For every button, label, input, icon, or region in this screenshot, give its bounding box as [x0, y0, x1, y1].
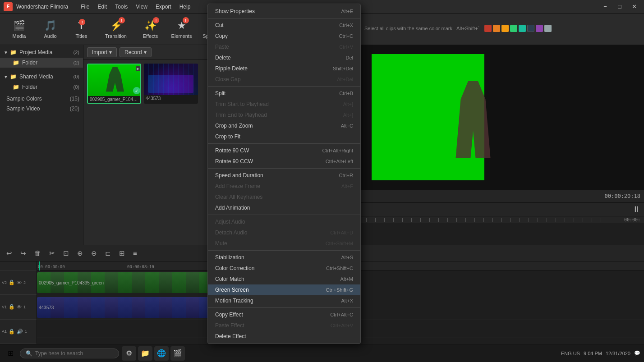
ctx-ripple-delete-label: Ripple Delete — [215, 65, 248, 72]
hide-v2-icon[interactable]: 👁 — [17, 280, 22, 285]
ctx-delete-effect[interactable]: Delete Effect — [208, 331, 360, 342]
cut-button[interactable]: ✂ — [46, 248, 58, 258]
record-button[interactable]: Record ▾ — [120, 47, 152, 57]
ctx-sep-3 — [208, 143, 360, 144]
taskbar-app-browser[interactable]: 🌐 — [154, 346, 169, 361]
ctx-ripple-delete[interactable]: Ripple Delete Shift+Del — [208, 63, 360, 74]
menu-export[interactable]: Export — [152, 3, 175, 11]
ctx-delete[interactable]: Delete Del — [208, 52, 360, 63]
media-grid: ▶ ✓ 002905_gamer_P104335... 443573 — [83, 60, 212, 107]
delete-clip-button[interactable]: 🗑 — [32, 248, 44, 258]
record-label: Record — [124, 49, 142, 55]
ctx-green-screen-shortcut: Ctrl+Shift+G — [326, 287, 353, 293]
ctx-close-gap-label: Close Gap — [215, 76, 241, 82]
menu-file[interactable]: File — [77, 3, 93, 11]
ctx-split[interactable]: Split Ctrl+B — [208, 88, 360, 99]
audio-icon: 🎵 — [44, 20, 56, 32]
track-v1-label: V1 — [2, 305, 7, 309]
search-input[interactable] — [35, 350, 107, 357]
toolbar-media[interactable]: 🎬 Media — [5, 16, 34, 43]
ctx-stabilization[interactable]: Stabilization Alt+S — [208, 252, 360, 263]
ctx-show-properties[interactable]: Show Properties Alt+E — [208, 6, 360, 17]
lock-v2-icon[interactable]: 🔒 — [9, 280, 15, 285]
redo-button[interactable]: ↪ — [18, 248, 29, 258]
zoom-fit-button[interactable]: ⊕ — [74, 248, 86, 258]
sample-video-item[interactable]: Sample Video (20) — [0, 104, 83, 114]
hide-v1-icon[interactable]: 👁 — [17, 304, 22, 310]
project-media-header[interactable]: ▼ 📁 Project Media (2) — [0, 47, 83, 58]
fullscreen-tl-button[interactable]: ⊞ — [116, 248, 128, 258]
project-media-label: Project Media — [19, 49, 52, 55]
ctx-color-match[interactable]: Color Match Alt+M — [208, 274, 360, 284]
taskbar-app-media[interactable]: 🎬 — [170, 346, 185, 361]
media-item-gamer[interactable]: ▶ ✓ 002905_gamer_P104335... — [87, 64, 141, 104]
toolbar-transition[interactable]: ⚡! Transition — [98, 16, 134, 43]
ctx-trim-end: Trim End to Playhead Alt+] — [208, 110, 360, 120]
taskbar-app-settings[interactable]: ⚙ — [122, 346, 136, 361]
taskbar-apps: ⚙ 📁 🌐 🎬 — [122, 346, 185, 361]
color-mark-yellow[interactable] — [501, 25, 509, 32]
taskbar-notification-icon[interactable]: 💬 — [634, 350, 640, 356]
ctx-detach-audio-shortcut: Ctrl+Alt+D — [330, 230, 353, 235]
folder-item[interactable]: 📁 Folder (2) — [0, 58, 83, 68]
minimize-button[interactable]: − — [599, 2, 612, 11]
color-mark-dark[interactable] — [527, 25, 534, 32]
ctx-motion-tracking[interactable]: Motion Tracking Alt+X — [208, 295, 360, 306]
menu-help[interactable]: Help — [176, 3, 194, 11]
menu-edit[interactable]: Edit — [94, 3, 111, 11]
ctx-color-correction[interactable]: Color Correction Ctrl+Shift+C — [208, 263, 360, 274]
menu-view[interactable]: View — [132, 3, 151, 11]
toolbar-elements[interactable]: ★! Elements — [167, 16, 196, 43]
ctx-crop-fit-label: Crop to Fit — [215, 133, 240, 140]
shared-media-header[interactable]: ▼ 📁 Shared Media (0) — [0, 71, 83, 82]
mute-a1-icon[interactable]: 🔊 — [17, 329, 23, 335]
toolbar-effects[interactable]: ✨! Effects — [136, 16, 165, 43]
ctx-mute: Mute Ctrl+Shift+M — [208, 238, 360, 249]
ctx-add-animation[interactable]: Add Animation — [208, 202, 360, 213]
ctx-paste-effect-shortcut: Ctrl+Alt+V — [331, 323, 353, 328]
color-mark-red[interactable] — [484, 25, 492, 32]
import-button[interactable]: Import ▾ — [87, 47, 117, 57]
taskbar-app-folder[interactable]: 📁 — [138, 346, 152, 361]
color-mark-gray[interactable] — [544, 25, 552, 32]
start-button[interactable]: ⊞ — [4, 347, 17, 360]
sample-colors-count: (15) — [70, 96, 79, 102]
ctx-crop-fit[interactable]: Crop to Fit — [208, 131, 360, 142]
color-mark-purple[interactable] — [536, 25, 543, 32]
crop-button[interactable]: ⊡ — [60, 248, 72, 258]
toolbar-audio[interactable]: 🎵 Audio — [36, 16, 65, 43]
menu-tools[interactable]: Tools — [111, 3, 131, 11]
ctx-crop-zoom[interactable]: Crop and Zoom Alt+C — [208, 120, 360, 131]
ctx-ripple-delete-shortcut: Shift+Del — [333, 66, 353, 71]
effects-icon: ✨! — [144, 20, 156, 32]
zoom-out-tl-button[interactable]: ⊖ — [88, 248, 100, 258]
track-v2-label: V2 — [2, 280, 7, 285]
shared-folder-item[interactable]: 📁 Folder (0) — [0, 82, 83, 92]
toolbar-titles[interactable]: T! Titles — [67, 16, 96, 43]
project-media-count: (2) — [74, 50, 79, 55]
ripple-button[interactable]: ⊏ — [102, 248, 114, 258]
ctx-crop-zoom-label: Crop and Zoom — [215, 123, 253, 129]
lock-v1-icon[interactable]: 🔒 — [9, 304, 15, 310]
ctx-green-screen[interactable]: Green Screen Ctrl+Shift+G — [208, 284, 360, 295]
ctx-speed-duration[interactable]: Speed and Duration Ctrl+R — [208, 170, 360, 181]
lock-a1-icon[interactable]: 🔒 — [9, 329, 15, 335]
undo-button[interactable]: ↩ — [4, 248, 15, 258]
ctx-copy[interactable]: Copy Ctrl+C — [208, 31, 360, 41]
close-button[interactable]: ✕ — [628, 2, 640, 11]
color-mark-teal[interactable] — [519, 25, 526, 32]
color-mark-orange[interactable] — [493, 25, 500, 32]
settings-tl-button[interactable]: ≡ — [130, 248, 140, 258]
ctx-rotate-cw[interactable]: Rotate 90 CW Ctrl+Alt+Right — [208, 145, 360, 156]
color-marks-row: Select all clips with the same color mar… — [364, 25, 552, 32]
color-mark-green[interactable] — [510, 25, 517, 32]
ctx-add-freeze-label: Add Freeze Frame — [215, 183, 260, 189]
restore-button[interactable]: □ — [613, 2, 626, 11]
media-item-cyber[interactable]: 443573 — [144, 64, 198, 104]
ctx-paste-shortcut: Ctrl+V — [339, 44, 353, 50]
ctx-cut[interactable]: Cut Ctrl+X — [208, 20, 360, 31]
sample-colors-item[interactable]: Sample Colors (15) — [0, 94, 83, 104]
shared-media-label: Shared Media — [19, 73, 53, 80]
ctx-rotate-ccw[interactable]: Rotate 90 CCW Ctrl+Alt+Left — [208, 156, 360, 167]
ctx-copy-effect[interactable]: Copy Effect Ctrl+Alt+C — [208, 309, 360, 320]
